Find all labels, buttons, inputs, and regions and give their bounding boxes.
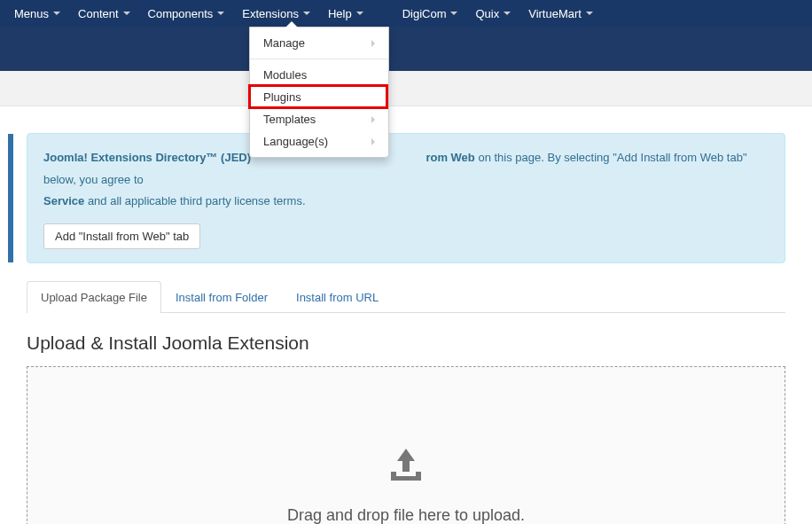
nav-label: Extensions (242, 7, 299, 20)
dropdown-label: Language(s) (263, 135, 328, 148)
caret-right-icon (371, 116, 375, 123)
dropdown-manage[interactable]: Manage (250, 32, 388, 54)
nav-label: Components (148, 7, 214, 20)
notice-text: Joomla! Extensions Directory™ (JED)hidde… (43, 147, 769, 213)
dropdown-label: Plugins (263, 90, 301, 104)
dropdown-label: Modules (263, 68, 307, 82)
notice-bold-fromweb: rom Web (426, 151, 474, 164)
tab-install-folder[interactable]: Install from Folder (161, 281, 282, 313)
caret-right-icon (371, 138, 375, 145)
nav-menus[interactable]: Menus (5, 2, 69, 26)
nav-label: Menus (14, 7, 49, 20)
top-navbar: Menus Content Components Extensions Help… (0, 0, 812, 27)
upload-icon (386, 447, 426, 485)
dropdown-label: Manage (263, 36, 305, 50)
nav-label: VirtueMart (528, 7, 582, 20)
section-heading: Upload & Install Joomla Extension (27, 332, 785, 354)
dropzone-text: Drag and drop file here to upload. (287, 506, 525, 524)
install-tabs: Upload Package File Install from Folder … (27, 281, 785, 313)
dropdown-templates[interactable]: Templates (250, 108, 388, 130)
nav-digicom[interactable]: DigiCom (394, 2, 467, 26)
main-content: Joomla! Extensions Directory™ (JED)hidde… (0, 133, 812, 524)
nav-label: Content (78, 7, 119, 20)
caret-down-icon (450, 12, 457, 15)
notice-bold-service: Service (43, 194, 84, 207)
caret-down-icon (123, 12, 130, 15)
nav-quix[interactable]: Quix (466, 2, 519, 26)
nav-components[interactable]: Components (139, 2, 234, 26)
header-bluebar (0, 27, 812, 71)
caret-down-icon (356, 12, 363, 15)
dropdown-plugins[interactable]: Plugins (250, 86, 388, 108)
upload-dropzone[interactable]: Drag and drop file here to upload. (27, 366, 785, 524)
dropdown-separator (250, 59, 388, 59)
tab-install-url[interactable]: Install from URL (282, 281, 393, 313)
notice-accent-bar (8, 134, 13, 262)
dropdown-pointer-icon (285, 21, 298, 27)
caret-right-icon (371, 40, 375, 47)
caret-down-icon (303, 12, 310, 15)
nav-extensions[interactable]: Extensions (233, 2, 319, 26)
notice-text-part2: and all applicable third party license t… (84, 194, 305, 207)
notice-bold-jed: Joomla! Extensions Directory™ (JED) (43, 151, 251, 164)
caret-down-icon (217, 12, 224, 15)
nav-help[interactable]: Help (319, 2, 372, 26)
nav-virtuemart[interactable]: VirtueMart (519, 2, 602, 26)
extensions-dropdown: Manage Modules Plugins Templates Languag… (249, 27, 389, 158)
caret-down-icon (504, 12, 511, 15)
toolbar-greybar (0, 71, 812, 106)
tab-upload-package[interactable]: Upload Package File (27, 281, 161, 313)
nav-label: DigiCom (402, 7, 447, 20)
caret-down-icon (586, 12, 593, 15)
nav-content[interactable]: Content (69, 2, 139, 26)
dropdown-label: Templates (263, 113, 316, 126)
install-from-web-notice: Joomla! Extensions Directory™ (JED)hidde… (27, 133, 785, 263)
nav-label: Quix (475, 7, 499, 20)
dropdown-modules[interactable]: Modules (250, 64, 388, 86)
caret-down-icon (53, 12, 60, 15)
add-install-from-web-button[interactable]: Add "Install from Web" tab (43, 223, 200, 249)
dropdown-languages[interactable]: Language(s) (250, 130, 388, 153)
nav-label: Help (328, 7, 352, 20)
